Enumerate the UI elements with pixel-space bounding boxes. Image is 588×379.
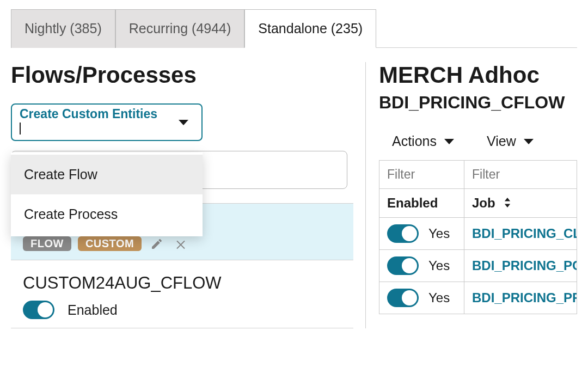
enabled-toggle[interactable] xyxy=(387,224,419,243)
actions-menu[interactable]: Actions xyxy=(392,133,454,149)
view-menu[interactable]: View xyxy=(487,133,534,149)
job-link[interactable]: BDI_PRICING_PC_TX_ xyxy=(472,258,577,273)
create-entities-combo[interactable]: Create Custom Entities xyxy=(11,103,203,141)
enabled-value: Yes xyxy=(428,258,450,273)
enabled-value: Yes xyxy=(428,226,450,241)
flow-item[interactable]: CUSTOM24AUG_CFLOW Enabled xyxy=(11,260,353,328)
text-cursor xyxy=(20,123,21,135)
flow-name: CUSTOM24AUG_CFLOW xyxy=(23,273,353,293)
enabled-toggle[interactable] xyxy=(23,301,54,319)
create-entities-dropdown: Create Flow Create Process xyxy=(11,152,203,236)
filter-enabled-input[interactable] xyxy=(386,164,457,185)
job-link[interactable]: BDI_PRICING_PROMO xyxy=(472,290,577,305)
tabs-bar: Nightly (385) Recurring (4944) Standalon… xyxy=(11,9,577,48)
chevron-down-icon xyxy=(179,120,188,125)
table-row: Yes BDI_PRICING_PC_TX_ xyxy=(379,250,577,282)
custom-badge: CUSTOM xyxy=(78,236,142,251)
col-header-job-label: Job xyxy=(472,195,495,210)
actions-label: Actions xyxy=(392,133,437,149)
sort-icon xyxy=(503,195,512,211)
right-subtitle: BDI_PRICING_CFLOW xyxy=(379,93,577,113)
chevron-down-icon xyxy=(524,139,534,144)
enabled-label: Enabled xyxy=(68,302,118,318)
tab-recurring[interactable]: Recurring (4944) xyxy=(115,9,245,48)
table-row: Yes BDI_PRICING_CLR_TX xyxy=(379,218,577,250)
enabled-toggle[interactable] xyxy=(387,289,419,307)
filter-job-input[interactable] xyxy=(471,164,570,185)
left-section-title: Flows/Processes xyxy=(11,62,353,88)
dropdown-item-create-process[interactable]: Create Process xyxy=(11,194,203,234)
col-header-job[interactable]: Job xyxy=(464,189,577,218)
view-label: View xyxy=(487,133,516,149)
create-entities-label: Create Custom Entities xyxy=(20,107,194,121)
enabled-value: Yes xyxy=(428,290,450,305)
right-section-title: MERCH Adhoc xyxy=(379,62,577,88)
table-row: Yes BDI_PRICING_PROMO xyxy=(379,282,577,314)
close-icon[interactable] xyxy=(172,237,189,250)
job-link[interactable]: BDI_PRICING_CLR_TX xyxy=(472,226,577,241)
dropdown-item-create-flow[interactable]: Create Flow xyxy=(11,155,203,194)
jobs-table: Enabled Job Yes BDI_PRICING_CLR_TX xyxy=(379,160,577,314)
tab-nightly[interactable]: Nightly (385) xyxy=(11,9,115,48)
tab-standalone[interactable]: Standalone (235) xyxy=(244,9,376,48)
enabled-toggle[interactable] xyxy=(387,256,419,275)
col-header-enabled[interactable]: Enabled xyxy=(379,189,464,218)
edit-icon[interactable] xyxy=(148,237,166,250)
chevron-down-icon xyxy=(444,139,454,144)
flow-badge: FLOW xyxy=(23,236,71,251)
